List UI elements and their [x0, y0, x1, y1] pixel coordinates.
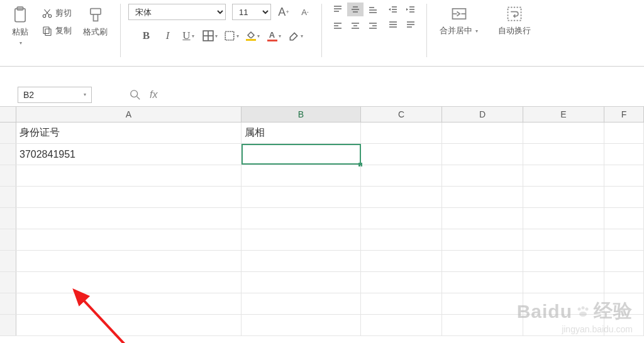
- merge-cells-button[interactable]: 合并居中 ▾: [435, 3, 483, 39]
- fx-icon[interactable]: fx: [150, 89, 157, 101]
- bucket-icon: [247, 31, 255, 38]
- bold-button[interactable]: B: [138, 28, 155, 44]
- ribbon-toolbar: 粘贴 ▾ 剪切 复制 格式刷 宋体: [0, 0, 644, 67]
- align-left-button[interactable]: [330, 19, 346, 33]
- svg-point-47: [131, 90, 138, 97]
- wrap-label: 自动换行: [498, 25, 531, 36]
- separator: [120, 4, 121, 57]
- font-group: 宋体 11 A+ A- B I U▾ ▾ ▾ ▾: [123, 3, 319, 59]
- row-head[interactable]: [0, 144, 16, 165]
- bold-icon: B: [143, 30, 150, 42]
- cell-b2[interactable]: [242, 144, 361, 165]
- column-headers: A B C D E F: [0, 107, 644, 122]
- separator: [426, 4, 427, 57]
- col-head-e[interactable]: E: [523, 107, 604, 122]
- col-head-d[interactable]: D: [442, 107, 523, 122]
- svg-rect-46: [508, 8, 521, 21]
- align-top-icon: [333, 5, 343, 14]
- increase-indent-button[interactable]: [402, 3, 419, 16]
- fill-color-button[interactable]: ▾: [245, 28, 262, 44]
- clear-format-button[interactable]: ▾: [287, 28, 305, 44]
- font-name-select[interactable]: 宋体: [128, 4, 226, 20]
- svg-line-48: [137, 96, 140, 99]
- italic-icon: I: [166, 30, 170, 42]
- row-head[interactable]: [0, 122, 16, 143]
- formula-bar-input[interactable]: [166, 87, 543, 102]
- paste-button[interactable]: 粘贴 ▾: [5, 4, 35, 48]
- cell[interactable]: [523, 122, 604, 143]
- col-head-b[interactable]: B: [242, 107, 361, 122]
- name-box-value: B2: [23, 90, 34, 100]
- font-size-select[interactable]: 11: [232, 4, 271, 20]
- col-head-a[interactable]: A: [16, 107, 242, 122]
- align-bottom-icon: [368, 5, 378, 14]
- copy-button[interactable]: 复制: [39, 24, 74, 38]
- svg-rect-6: [43, 27, 49, 34]
- chevron-down-icon: ▾: [475, 28, 478, 34]
- align-middle-button[interactable]: [347, 3, 364, 16]
- cell[interactable]: [604, 122, 644, 143]
- distribute-button[interactable]: [402, 18, 419, 31]
- decrease-font-button[interactable]: A-: [296, 4, 314, 20]
- italic-button[interactable]: I: [159, 28, 177, 44]
- font-color-button[interactable]: A ▾: [266, 28, 284, 44]
- cell-b1[interactable]: 属相: [242, 122, 361, 143]
- paste-icon: [11, 6, 29, 24]
- fill-shape-icon: [224, 30, 235, 41]
- increase-indent-icon: [406, 5, 416, 14]
- col-head-c[interactable]: C: [361, 107, 442, 122]
- cell[interactable]: [442, 144, 523, 165]
- table-row: [0, 229, 644, 251]
- chevron-down-icon: ▾: [19, 40, 22, 46]
- align-bottom-button[interactable]: [365, 3, 381, 16]
- decrease-indent-button[interactable]: [385, 3, 401, 16]
- copy-label: 复制: [55, 25, 72, 36]
- increase-font-button[interactable]: A+: [275, 4, 292, 20]
- justify-icon: [388, 20, 398, 29]
- distribute-icon: [406, 20, 416, 29]
- cell[interactable]: [442, 122, 523, 143]
- name-box[interactable]: B2 ▾: [18, 87, 92, 103]
- svg-line-4: [45, 9, 50, 15]
- cell[interactable]: [523, 144, 604, 165]
- align-center-icon: [350, 21, 360, 30]
- separator: [321, 4, 322, 57]
- wrap-text-button[interactable]: 自动换行: [493, 3, 536, 39]
- underline-icon: U: [182, 30, 190, 42]
- underline-button[interactable]: U▾: [180, 28, 198, 44]
- cut-icon: [42, 8, 53, 19]
- fill-shape-button[interactable]: ▾: [223, 28, 241, 44]
- format-painter-icon: [87, 6, 104, 24]
- format-painter-button[interactable]: 格式刷: [78, 4, 113, 40]
- table-row: [0, 251, 644, 272]
- svg-line-5: [45, 9, 50, 15]
- table-row: 身份证号 属相: [0, 122, 644, 144]
- zoom-icon[interactable]: [130, 89, 141, 101]
- cell-a1[interactable]: 身份证号: [16, 122, 242, 143]
- justify-button[interactable]: [385, 18, 401, 31]
- align-center-button[interactable]: [347, 19, 364, 33]
- merge-icon: [450, 5, 468, 23]
- paste-label: 粘贴: [12, 26, 28, 38]
- merge-group: 合并居中 ▾: [430, 3, 488, 59]
- svg-rect-7: [45, 29, 51, 36]
- cell[interactable]: [361, 122, 442, 143]
- alignment-group: [325, 3, 424, 59]
- cut-button[interactable]: 剪切: [39, 6, 74, 20]
- svg-rect-8: [90, 9, 100, 14]
- align-right-button[interactable]: [365, 19, 381, 33]
- cell[interactable]: [361, 144, 442, 165]
- borders-button[interactable]: ▾: [202, 28, 219, 44]
- copy-icon: [42, 25, 53, 36]
- table-row: [0, 272, 644, 293]
- align-left-icon: [333, 21, 343, 30]
- align-top-button[interactable]: [330, 3, 346, 16]
- col-head-f[interactable]: F: [604, 107, 644, 122]
- merge-label: 合并居中: [440, 25, 472, 36]
- select-all-corner[interactable]: [0, 107, 16, 122]
- formula-bar-row: B2 ▾ fx: [0, 83, 644, 107]
- cell[interactable]: [604, 144, 644, 165]
- chevron-down-icon: ▾: [84, 92, 86, 97]
- table-row: [0, 165, 644, 187]
- cell-a2[interactable]: 3702841951: [16, 144, 242, 165]
